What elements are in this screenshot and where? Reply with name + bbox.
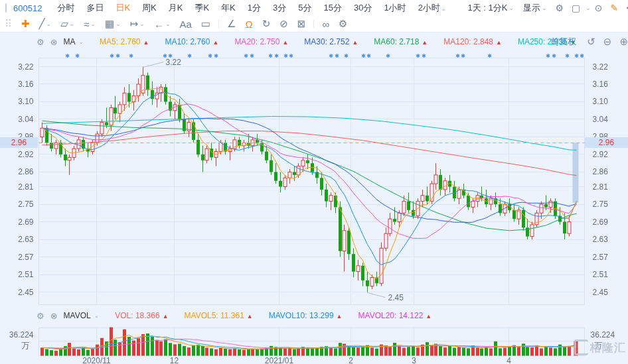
mavol-value: MAVOL5: 11.361▲ (185, 311, 253, 320)
angle-tool-icon[interactable]: ∠ (222, 18, 240, 30)
tab-年K[interactable]: 年K (215, 0, 242, 16)
fullscreen-icon[interactable]: ✥ (622, 3, 628, 13)
layout-icon[interactable]: ▢ (568, 3, 584, 13)
arrow-tool-icon[interactable]: ←⌄ (149, 19, 175, 30)
watermark-text: 格隆汇 (590, 340, 626, 355)
ma-close-icon[interactable]: ⊗ (50, 37, 58, 47)
chevron-down-icon[interactable]: ⌄ (139, 21, 145, 27)
tab-30分[interactable]: 30分 (348, 0, 378, 16)
mavol-label: MAVOL10: 13.299 (269, 311, 334, 320)
tab-1分[interactable]: 1分 (242, 0, 267, 16)
mavol-value: MAVOL10: 13.299▲ (269, 311, 343, 320)
chevron-down-icon[interactable]: ⌄ (46, 21, 52, 27)
period-combo[interactable]: 1天 : 1分K⌄ (463, 2, 518, 14)
watermark-logo (574, 339, 588, 355)
fibonacci-tool-icon[interactable]: ▦⌄ (100, 18, 125, 30)
vol-close-icon[interactable]: ⊗ (50, 311, 58, 321)
up-arrow-icon: ▲ (143, 39, 149, 46)
zoom-in-icon[interactable]: ⊕ (619, 36, 628, 48)
up-arrow-icon: ▲ (426, 313, 432, 320)
top-toolbar: 600512 分时多日日K周K月K季K年K1分3分5分15分30分1小时2小时⌄… (0, 0, 628, 17)
vol-settings-icon[interactable]: ⚙ (37, 311, 44, 321)
chevron-down-icon[interactable]: ⌄ (94, 312, 100, 319)
drawing-toolbar: ⠿✚╱⌄▱⌄≈⌄▦⌄↦⌄←⌄Aa▭∠Ω↻⊘⊠∞⚙ (0, 16, 628, 32)
delete-drawings-icon[interactable]: ⊠ (293, 18, 311, 30)
window-icon[interactable] (5, 3, 7, 13)
note-tool-icon[interactable]: ▭ (196, 18, 215, 30)
tab-分时[interactable]: 分时 (51, 0, 80, 16)
period-tabs: 分时多日日K周K月K季K年K1分3分5分15分30分1小时2小时⌄ (51, 0, 452, 16)
draw-pencil-icon[interactable]: ✎ (607, 3, 623, 13)
mavol-label: VOL: 18.366 (115, 311, 159, 320)
ma-indicator-bar: ⚙ ⊗ MA ⌄ MA5: 2.760▲MA10: 2.760▲MA20: 2.… (37, 33, 576, 50)
ma-label: MA120: 2.848 (443, 37, 493, 46)
text-tool-icon[interactable]: Aa (175, 19, 196, 30)
ma-label: MA5: 2.760 (100, 37, 140, 46)
ma-values: MA5: 2.760▲MA10: 2.760▲MA20: 2.750▲MA30:… (84, 37, 576, 46)
fuquan-button[interactable]: 前复权 (550, 36, 576, 48)
trendline-tool-icon[interactable]: ╱⌄ (35, 18, 56, 30)
chevron-down-icon[interactable]: ⌄ (509, 5, 514, 11)
tab-季K[interactable]: 季K (189, 0, 215, 16)
tab-15分[interactable]: 15分 (317, 0, 347, 16)
current-price-tag-left: 2.96 (0, 137, 38, 148)
ma-bar-right-controls: 前复权 ↺ ⊖ ⊕ (550, 33, 628, 50)
ma-value: MA60: 2.718▲ (374, 37, 428, 46)
ray-tool-icon[interactable]: ↦⌄ (125, 18, 149, 30)
stock-code[interactable]: 600512 (13, 3, 42, 13)
chevron-down-icon[interactable]: ⌄ (90, 21, 96, 27)
chevron-down-icon[interactable]: ⌄ (586, 5, 591, 11)
tab-日K[interactable]: 日K (110, 0, 136, 16)
up-arrow-icon: ▲ (212, 39, 218, 46)
camera-icon[interactable]: ⊙ (591, 3, 607, 13)
zoom-out-icon[interactable]: ⊖ (603, 36, 612, 48)
draw-settings-icon[interactable]: ⚙ (334, 18, 352, 30)
current-price-tag-right: 2.96 (585, 137, 628, 148)
ma-value: MA120: 2.848▲ (443, 37, 502, 46)
tab-多日[interactable]: 多日 (80, 0, 110, 16)
chevron-down-icon[interactable]: ⌄ (542, 5, 547, 11)
up-arrow-icon: ▲ (496, 39, 502, 46)
link-tool-icon[interactable]: ∞ (317, 19, 334, 30)
ma-settings-icon[interactable]: ⚙ (37, 37, 44, 47)
ma-label: MA10: 2.760 (165, 37, 210, 46)
ma-label: MA20: 2.750 (234, 37, 279, 46)
drawing-tools: ⠿✚╱⌄▱⌄≈⌄▦⌄↦⌄←⌄Aa▭∠Ω↻⊘⊠∞⚙ (0, 18, 353, 30)
hide-drawings-icon[interactable]: ⊘ (275, 18, 293, 30)
mavol-label: MAVOL5: 11.361 (185, 311, 244, 320)
vol-indicator-title[interactable]: MAVOL (64, 311, 91, 320)
refresh-tool-icon[interactable]: ↻ (258, 18, 275, 30)
tab-1小时[interactable]: 1小时 (378, 0, 412, 16)
undo-icon[interactable]: ↺ (587, 36, 595, 48)
move-tool-icon[interactable]: ✚ (17, 18, 35, 30)
up-arrow-icon: ▲ (422, 39, 428, 46)
display-menu[interactable]: 显示⌄ (518, 2, 552, 14)
wave-tool-icon[interactable]: ≈⌄ (79, 19, 100, 30)
drag-handle-icon[interactable]: ⠿ (0, 18, 17, 30)
tab-月K[interactable]: 月K (163, 0, 189, 16)
magnet-tool-icon[interactable]: Ω (240, 19, 257, 30)
tab-2小时[interactable]: 2小时⌄ (412, 0, 453, 17)
toolbar-separator (218, 19, 219, 29)
mavol-value: MAVOL20: 14.122▲ (358, 311, 432, 320)
toolbar-separator (313, 19, 314, 29)
settings-icon[interactable]: ⚙ (551, 3, 568, 13)
up-arrow-icon: ▲ (247, 313, 253, 320)
channel-tool-icon[interactable]: ▱⌄ (56, 18, 79, 30)
chevron-down-icon[interactable]: ⌄ (116, 21, 121, 27)
watermark: 格隆汇 (574, 339, 626, 355)
ma-label: MA60: 2.718 (374, 37, 419, 46)
ma-value: MA20: 2.750▲ (234, 37, 288, 46)
ma-indicator-title[interactable]: MA (64, 37, 76, 46)
chevron-down-icon[interactable]: ⌄ (165, 21, 171, 27)
chevron-down-icon[interactable]: ⌄ (79, 38, 84, 45)
ma-value: MA5: 2.760▲ (100, 37, 149, 46)
up-arrow-icon: ▲ (352, 39, 358, 46)
mavol-label: MAVOL20: 14.122 (358, 311, 424, 320)
chevron-down-icon[interactable]: ⌄ (441, 5, 447, 12)
chevron-down-icon[interactable]: ⌄ (70, 21, 75, 27)
tab-3分[interactable]: 3分 (267, 0, 292, 16)
tab-周K[interactable]: 周K (136, 0, 163, 16)
vol-values: VOL: 18.366▲MAVOL5: 11.361▲MAVOL10: 13.2… (99, 311, 432, 320)
tab-5分[interactable]: 5分 (292, 0, 317, 16)
